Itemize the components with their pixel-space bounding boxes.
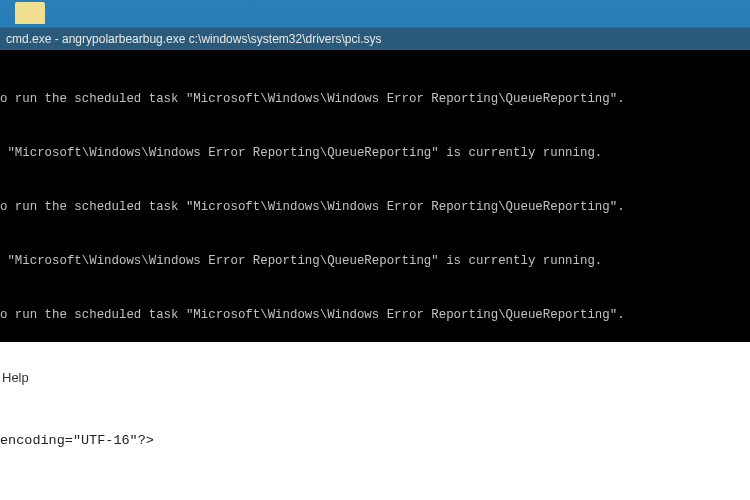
- help-menu-label: Help: [2, 370, 29, 385]
- console-line: o run the scheduled task "Microsoft\Wind…: [0, 90, 750, 108]
- console-line: "Microsoft\Windows\Windows Error Reporti…: [0, 144, 750, 162]
- console-line: o run the scheduled task "Microsoft\Wind…: [0, 198, 750, 216]
- console-line: "Microsoft\Windows\Windows Error Reporti…: [0, 252, 750, 270]
- editor-line: encoding="UTF-16"?>: [0, 431, 750, 451]
- folder-icon[interactable]: [15, 2, 45, 24]
- editor-window: Help encoding="UTF-16"?> formation> dows…: [0, 342, 750, 500]
- cmd-title-text: cmd.exe - angrypolarbearbug.exe c:\windo…: [6, 32, 382, 46]
- editor-content[interactable]: encoding="UTF-16"?> formation> dowsNTVer…: [0, 391, 750, 500]
- console-line: o run the scheduled task "Microsoft\Wind…: [0, 306, 750, 324]
- editor-menu-help[interactable]: Help: [0, 342, 750, 391]
- cmd-titlebar[interactable]: cmd.exe - angrypolarbearbug.exe c:\windo…: [0, 27, 750, 50]
